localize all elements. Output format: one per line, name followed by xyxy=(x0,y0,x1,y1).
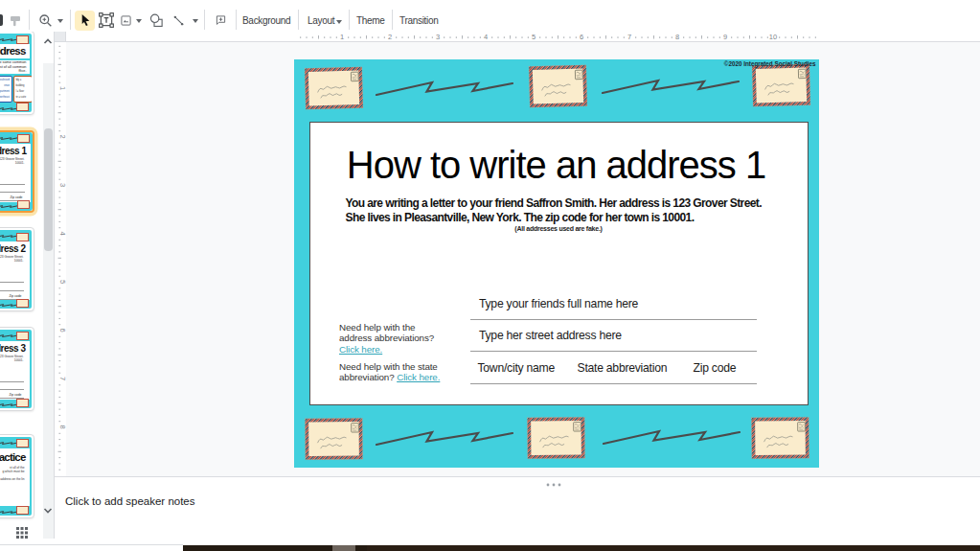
svg-text:7: 7 xyxy=(58,377,67,380)
svg-text:7: 7 xyxy=(627,33,631,41)
svg-text:4: 4 xyxy=(58,231,67,235)
svg-text:5: 5 xyxy=(58,280,67,284)
svg-text:1: 1 xyxy=(58,86,67,90)
svg-text:8: 8 xyxy=(675,33,679,41)
svg-text:5: 5 xyxy=(532,33,536,41)
svg-text:6: 6 xyxy=(58,328,67,332)
svg-text:10: 10 xyxy=(769,33,777,41)
svg-text:2: 2 xyxy=(58,134,67,138)
svg-text:9: 9 xyxy=(723,33,727,41)
svg-text:6: 6 xyxy=(580,33,583,41)
svg-text:3: 3 xyxy=(58,183,67,187)
svg-text:1: 1 xyxy=(340,33,344,41)
svg-text:4: 4 xyxy=(484,33,488,41)
svg-text:8: 8 xyxy=(58,425,67,428)
svg-text:3: 3 xyxy=(436,33,440,41)
svg-text:2: 2 xyxy=(388,33,392,41)
